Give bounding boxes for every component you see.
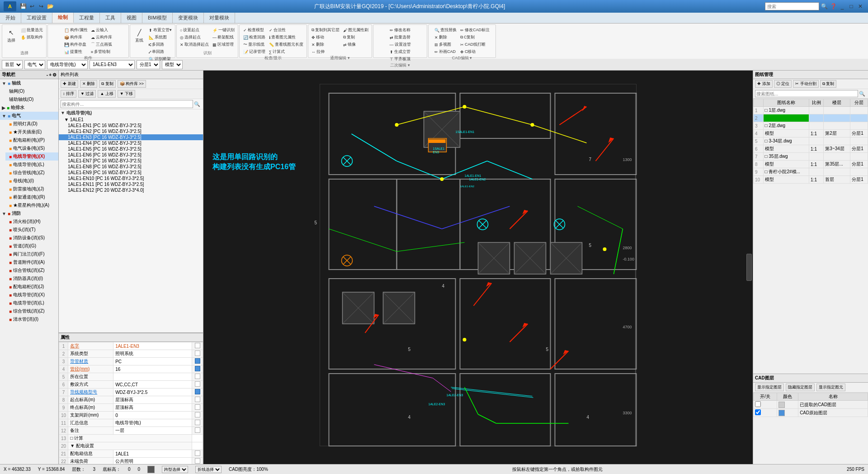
filter-btn[interactable]: ▼ 过滤: [78, 90, 96, 98]
nav-category-electric[interactable]: ▼ ■ 电气: [0, 112, 58, 120]
cad-break-btn[interactable]: ✂CAD线打断: [459, 41, 491, 48]
tree-item-en9[interactable]: 1ALE1-EN9 [PC 16 WDZ-BYJ-3*2.5]: [59, 170, 203, 175]
copy-btn[interactable]: ⧉复制: [342, 34, 370, 41]
component-select[interactable]: 1ALE1-EN3: [90, 60, 135, 69]
nav-item-lighting[interactable]: ■ 照明灯具(D): [5, 120, 58, 128]
three-point-arc-btn[interactable]: ⌒三点画弧: [90, 41, 113, 48]
comp-search-input[interactable]: [61, 100, 193, 108]
multi-view-btn[interactable]: ⊞多视图: [433, 41, 458, 48]
tree-item-en8[interactable]: 1ALE1-EN8 [PC 16 WDZ-BYJ-3*2.5]: [59, 164, 203, 170]
place-riser-btn[interactable]: ⬆布置立管▾: [147, 27, 173, 33]
show-specified-elem-btn[interactable]: 显示指定图元: [816, 384, 845, 391]
locate-drawing-btn[interactable]: ◎ 定位: [774, 80, 792, 88]
batch-replace-btn[interactable]: ⇄批量选替: [388, 34, 412, 41]
nav-settings-btn[interactable]: ⚙: [52, 72, 57, 77]
nav-item-fire-wire[interactable]: ■ 电线导管(消)(X): [5, 291, 58, 299]
nav-item-star-component[interactable]: ■ ★星星构件(电)(A): [5, 201, 58, 209]
search-btn[interactable]: 🔍: [820, 2, 828, 10]
nav-item-fire-combined[interactable]: ■ 综合管线(消)(Z): [5, 307, 58, 315]
nav-item-fire-cable[interactable]: ■ 电缆导管(消)(L): [5, 299, 58, 307]
tree-item-en6[interactable]: 1ALE1-EN6 [PC 16 WDZ-BYJ-3*2.5]: [59, 152, 203, 158]
help-btn[interactable]: ❓: [829, 2, 837, 10]
nav-item-tray[interactable]: ■ 桥架通道(电)(R): [5, 193, 58, 201]
component-type-select[interactable]: 电线导管(电): [47, 60, 88, 69]
area-mgmt-btn[interactable]: ▦区域管理: [211, 41, 236, 48]
nav-item-aux-axis[interactable]: 辅助轴线(O): [5, 95, 58, 104]
tree-item-en2[interactable]: 1ALE1-EN2 [PC 16 WDZ-BYJ-3*2.5]: [59, 128, 203, 134]
drawing-row-10[interactable]: 10 模型 1:1 首层 分层1: [754, 176, 868, 184]
tab-change[interactable]: 变更模块: [173, 13, 204, 23]
drawing-row-1[interactable]: 1 □ 1层.dwg: [754, 107, 868, 114]
nav-item-fire-pipe[interactable]: ■ 管道(消)(G): [5, 242, 58, 250]
nav-item-fire-equip[interactable]: ■ 消防设备(消)(S): [5, 234, 58, 242]
draw-mode-select[interactable]: 折线选择: [195, 466, 222, 473]
cloud-input-btn[interactable]: ☁云输入: [90, 27, 113, 33]
minimize-btn[interactable]: _: [838, 2, 846, 10]
nav-item-switch[interactable]: ■ ★开关插座(E): [5, 128, 58, 136]
tree-item-en3[interactable]: 1ALE1-EN3 [PC 16 WDZ-BYJ-3*2.5]: [59, 134, 203, 140]
drawing-search-input[interactable]: [755, 90, 858, 97]
component-save-btn[interactable]: 💾构件存盘: [63, 41, 89, 48]
cancel-start-btn[interactable]: ✕取消选择起点: [179, 41, 210, 48]
tab-quantity[interactable]: 工程量: [74, 13, 100, 23]
copy-drawing-btn[interactable]: ⧉ 复制: [820, 80, 837, 88]
comp-search-icon[interactable]: 🔍: [193, 101, 201, 107]
nav-item-water-pipe[interactable]: ■ 清水管(消)(I): [5, 315, 58, 323]
tab-view[interactable]: 视图: [121, 13, 142, 23]
tab-project-settings[interactable]: 工程设置: [21, 13, 52, 23]
view-elem-length-btn[interactable]: 📏查看线图元长度: [268, 41, 305, 48]
nav-expand-btn[interactable]: +: [49, 72, 52, 77]
tab-draw[interactable]: 绘制: [52, 13, 74, 23]
canvas-area[interactable]: 1300 2800 4700 3300 -0.100 7 5 4 5 5 4 4…: [203, 71, 753, 464]
drawing-row-9[interactable]: 9 □ 青柠小院2#模...: [754, 168, 868, 176]
legality-btn[interactable]: ✓合法性: [268, 27, 305, 33]
drawing-row-5[interactable]: 5 □ 3-34层.dwg: [754, 137, 868, 145]
one-key-identify-btn[interactable]: ⚡一键识别: [211, 27, 236, 33]
cad-layer-original[interactable]: CAD原始图层: [754, 409, 868, 417]
system-diagram-btn[interactable]: 📐系统图: [147, 34, 173, 41]
tree-item-en11[interactable]: 1ALE1-EN11 [PC 16 WDZ-BYJ-3*2.5]: [59, 181, 203, 187]
move-down-btn[interactable]: ▼ 下移: [118, 90, 135, 98]
flush-slab-btn[interactable]: ⊤平齐板顶: [388, 56, 412, 62]
nav-item-panel[interactable]: ■ 配电箱柜(电)(P): [5, 136, 58, 144]
nav-item-lightning[interactable]: ■ 防雷接地(电)(J): [5, 185, 58, 193]
tree-item-en10[interactable]: 1ALE1-EN10 [PC 16 WDZ-BYJ-3*2.5]: [59, 175, 203, 181]
redo-btn[interactable]: ↪: [37, 2, 45, 10]
drawing-row-4[interactable]: 4 模型 1:1 第2层 分层1: [754, 130, 868, 137]
nav-item-hydrant[interactable]: ■ 消火栓(消)(H): [5, 218, 58, 226]
library-component-btn[interactable]: 📦 构件库 >>: [118, 80, 146, 88]
check-circuit-btn[interactable]: 🔄检查回路: [242, 34, 267, 41]
new-component-btn[interactable]: ✚ 新建: [61, 80, 78, 88]
delete-btn[interactable]: ✕删除: [310, 41, 341, 48]
component-lib-btn[interactable]: 📦构件库: [63, 34, 89, 41]
tab-tools[interactable]: 工具: [100, 13, 121, 23]
nav-item-combined-fire[interactable]: ■ 综合管线(消)(Z): [5, 266, 58, 275]
cad-layer-original-toggle[interactable]: [755, 409, 761, 415]
cad-delete-btn[interactable]: ✕删除: [433, 34, 458, 41]
show-cable-btn[interactable]: 〜显示线缆: [242, 41, 267, 48]
tree-item-en5[interactable]: 1ALE1-EN5 [PC 16 WDZ-BYJ-3*2.5]: [59, 146, 203, 152]
tree-group-1ale1[interactable]: ▼ 1ALE1: [59, 117, 203, 123]
tree-item-en12[interactable]: 1ALE1-EN12 [PC 20 WDZ-BYJ-3*4.0]: [59, 187, 203, 193]
move-btn[interactable]: ✥移动: [310, 34, 341, 41]
drawing-row-2[interactable]: 2: [754, 114, 868, 122]
nav-item-fire-panel[interactable]: ■ 配电箱柜(消)(J): [5, 283, 58, 291]
sort-btn[interactable]: ↕ 排序: [61, 90, 76, 98]
mirror-btn[interactable]: ⇌镜像: [342, 41, 370, 48]
rename-btn[interactable]: ✏修改名称: [388, 27, 412, 33]
raise-props-btn[interactable]: 📊提量性: [63, 48, 89, 55]
drawing-search-icon[interactable]: 🔍: [858, 91, 866, 97]
tab-start[interactable]: 开始: [0, 13, 21, 23]
tab-compare[interactable]: 对量模块: [204, 13, 235, 23]
cad-layer-extracted[interactable]: 已提取的CAD图层: [754, 401, 868, 409]
delete-component-btn[interactable]: ✕ 删除: [80, 80, 98, 88]
maximize-btn[interactable]: □: [847, 2, 855, 10]
nav-category-axis[interactable]: ▼ ■ 轴线: [0, 79, 58, 87]
line-btn[interactable]: ╱ 直线: [132, 27, 146, 44]
search-input[interactable]: [765, 2, 819, 10]
tab-bim[interactable]: BIM模型: [142, 13, 173, 23]
tree-item-en7[interactable]: 1ALE1-EN7 [PC 16 WDZ-BYJ-3*2.5]: [59, 158, 203, 164]
move-up-btn[interactable]: ▲ 上移: [98, 90, 115, 98]
nav-collapse-btn[interactable]: -: [47, 72, 48, 77]
discipline-select[interactable]: 电气: [24, 60, 45, 69]
